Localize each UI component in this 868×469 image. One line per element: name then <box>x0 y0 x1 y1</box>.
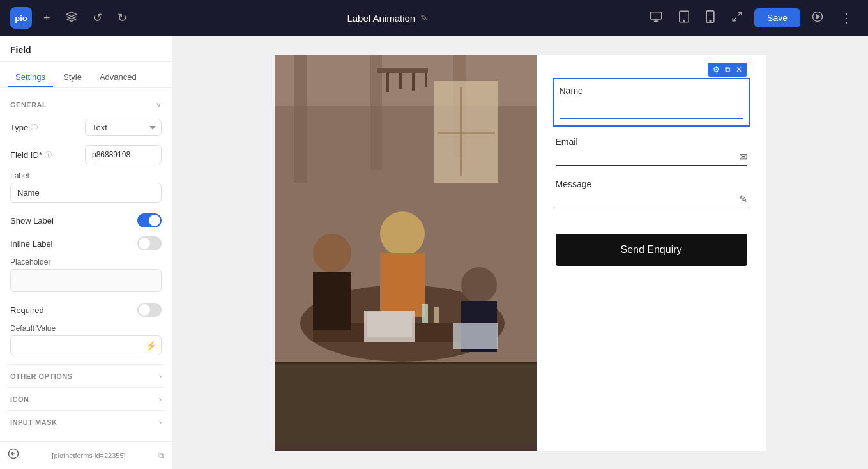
field-settings-icon[interactable]: ⚙ <box>710 64 722 75</box>
undo-button[interactable]: ↺ <box>89 8 106 27</box>
placeholder-input[interactable] <box>10 269 162 292</box>
canvas-area[interactable]: ⚙ ⧉ ✕ Name Email ✉ Me <box>172 36 868 469</box>
svg-rect-23 <box>425 73 427 87</box>
sidebar-footer: [piotnetforms id=22355] ⧉ <box>0 441 172 469</box>
label-section: Label <box>8 169 164 204</box>
inline-label-row: Inline Label <box>8 232 164 255</box>
other-options-label: OTHER OPTIONS <box>10 373 73 380</box>
photo-scene <box>275 55 537 451</box>
name-field-input[interactable] <box>560 100 743 119</box>
other-options-section[interactable]: OTHER OPTIONS › <box>8 364 164 387</box>
input-mask-chevron-icon: › <box>159 417 162 427</box>
field-id-label: Field ID* ⓘ <box>10 150 52 160</box>
layers-button[interactable] <box>62 8 81 28</box>
svg-rect-36 <box>367 312 412 337</box>
topbar-center: Label Animation ✎ <box>139 13 637 24</box>
sidebar-header: Field <box>0 36 172 62</box>
topbar: pio + ↺ ↻ Label Animation ✎ Save ⋮ <box>0 0 868 36</box>
icon-section-label: ICON <box>10 396 29 403</box>
field-duplicate-icon[interactable]: ⧉ <box>722 64 733 75</box>
redo-button[interactable]: ↻ <box>114 8 131 27</box>
form-field-message[interactable]: Message ✎ <box>556 179 747 208</box>
svg-rect-30 <box>380 253 425 317</box>
email-field-input[interactable] <box>556 152 739 162</box>
tab-settings[interactable]: Settings <box>8 68 53 87</box>
field-close-icon[interactable]: ✕ <box>733 64 745 75</box>
tablet-view-button[interactable] <box>674 8 694 29</box>
svg-rect-41 <box>275 362 537 364</box>
email-icon: ✉ <box>739 151 747 163</box>
svg-point-29 <box>380 211 425 256</box>
general-chevron-icon: ∨ <box>156 100 162 109</box>
play-button[interactable] <box>807 8 828 28</box>
default-value-input[interactable] <box>10 335 162 355</box>
canvas-photo <box>275 55 537 451</box>
label-input[interactable] <box>10 183 162 203</box>
field-id-row: Field ID* ⓘ <box>8 141 164 169</box>
add-button[interactable]: + <box>40 9 54 27</box>
name-field-label: Name <box>560 86 743 96</box>
svg-rect-1 <box>650 12 662 19</box>
type-label: Type ⓘ <box>10 123 38 132</box>
copy-icon[interactable]: ⧉ <box>158 451 164 460</box>
svg-point-7 <box>710 20 711 21</box>
desktop-view-button[interactable] <box>644 9 667 27</box>
field-id-info-icon[interactable]: ⓘ <box>45 150 52 160</box>
svg-rect-26 <box>438 132 495 134</box>
form-field-name-toolbar: ⚙ ⧉ ✕ <box>708 63 747 77</box>
default-value-section: Default Value ⚡ <box>8 321 164 357</box>
message-field-input[interactable] <box>556 194 739 204</box>
svg-rect-40 <box>275 362 537 445</box>
general-section-header[interactable]: GENERAL ∨ <box>8 95 164 114</box>
required-label: Required <box>10 305 44 315</box>
main-layout: Field Settings Style Advanced GENERAL ∨ … <box>0 36 868 469</box>
canvas-inner: ⚙ ⧉ ✕ Name Email ✉ Me <box>275 55 766 451</box>
lightning-icon[interactable]: ⚡ <box>146 341 156 351</box>
svg-marker-11 <box>817 15 820 19</box>
required-row: Required <box>8 298 164 321</box>
mobile-view-button[interactable] <box>701 8 720 29</box>
fullscreen-button[interactable] <box>726 8 748 28</box>
sidebar: Field Settings Style Advanced GENERAL ∨ … <box>0 36 172 469</box>
message-field-label: Message <box>556 179 747 189</box>
inline-label-label: Inline Label <box>10 239 53 249</box>
form-field-email[interactable]: Email ✉ <box>556 137 747 166</box>
type-info-icon[interactable]: ⓘ <box>31 123 38 132</box>
more-options-button[interactable]: ⋮ <box>835 8 858 28</box>
svg-rect-20 <box>386 73 389 92</box>
submit-button[interactable]: Send Enquiry <box>556 234 747 266</box>
page-title: Label Animation <box>347 13 415 24</box>
show-label-label: Show Label <box>10 216 54 226</box>
svg-rect-32 <box>313 272 351 330</box>
svg-rect-22 <box>412 73 415 91</box>
sidebar-settings-content: GENERAL ∨ Type ⓘ Text Field ID* ⓘ <box>0 88 172 441</box>
label-field-label: Label <box>10 171 162 180</box>
sidebar-tabs: Settings Style Advanced <box>0 62 172 88</box>
placeholder-section: Placeholder <box>8 255 164 293</box>
shortcode-text: [piotnetforms id=22355] <box>52 452 125 459</box>
back-button[interactable] <box>8 448 19 463</box>
svg-rect-39 <box>434 307 439 323</box>
input-mask-section[interactable]: INPUT MASK › <box>8 410 164 433</box>
canvas-form: ⚙ ⧉ ✕ Name Email ✉ Me <box>537 55 766 451</box>
field-id-input[interactable] <box>85 145 162 164</box>
icon-chevron-icon: › <box>159 394 162 404</box>
save-button[interactable]: Save <box>754 8 800 27</box>
logo[interactable]: pio <box>10 7 32 29</box>
required-toggle[interactable] <box>137 303 162 317</box>
email-input-wrapper: ✉ <box>556 151 747 166</box>
topbar-right: Save ⋮ <box>644 8 858 29</box>
edit-title-icon[interactable]: ✎ <box>420 13 428 23</box>
tab-advanced[interactable]: Advanced <box>92 68 144 87</box>
default-value-label: Default Value <box>10 324 162 333</box>
placeholder-label: Placeholder <box>10 258 162 266</box>
form-field-name[interactable]: ⚙ ⧉ ✕ Name <box>556 81 747 124</box>
svg-marker-0 <box>66 12 76 17</box>
svg-rect-21 <box>399 73 402 89</box>
icon-section[interactable]: ICON › <box>8 387 164 410</box>
type-select[interactable]: Text <box>85 119 162 136</box>
tab-style[interactable]: Style <box>56 68 89 87</box>
svg-rect-37 <box>453 323 498 349</box>
show-label-toggle[interactable] <box>137 213 162 227</box>
inline-label-toggle[interactable] <box>137 236 162 250</box>
